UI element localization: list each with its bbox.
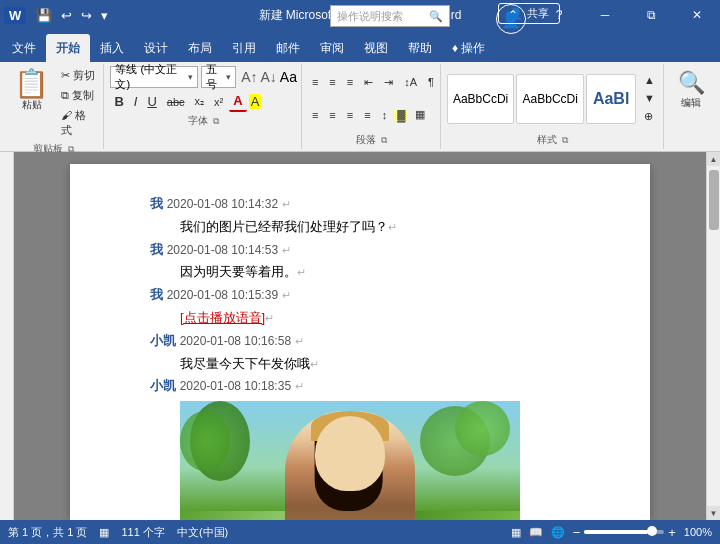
numbered-list-btn[interactable]: ≡ — [325, 74, 339, 90]
font-size-selector[interactable]: 五号 ▾ — [201, 66, 236, 88]
tab-mailings[interactable]: 邮件 — [266, 34, 310, 62]
justify-btn[interactable]: ≡ — [360, 107, 374, 123]
increase-font-btn[interactable]: A↑ — [241, 69, 257, 85]
style-heading1-label: AaBl — [593, 90, 629, 108]
style-scroll-up[interactable]: ▲ — [640, 72, 659, 88]
paste-button[interactable]: 📋 粘贴 — [8, 66, 55, 140]
window-help-btn[interactable]: ? — [536, 0, 582, 30]
highlight-button[interactable]: A — [249, 94, 262, 109]
message-5-header: 小凯 2020-01-08 10:18:35 ↵ — [150, 376, 590, 397]
help-search-box[interactable]: 操作说明搜索 🔍 — [330, 5, 450, 27]
sort-btn[interactable]: ↕A — [400, 74, 421, 90]
style-gallery: AaBbCcDi AaBbCcDi AaBl ▲ ▼ ⊕ — [447, 66, 659, 131]
scroll-up-btn[interactable]: ▲ — [707, 152, 721, 166]
bullet-list-btn[interactable]: ≡ — [308, 74, 322, 90]
tab-operations[interactable]: ♦ 操作 — [442, 34, 495, 62]
tree-2 — [180, 411, 230, 471]
undo-quick-btn[interactable]: ↩ — [58, 6, 75, 25]
format-painter-button[interactable]: 🖌 格式 — [57, 106, 99, 140]
tab-view[interactable]: 视图 — [354, 34, 398, 62]
line-spacing-btn[interactable]: ↕ — [378, 107, 392, 123]
print-layout-btn[interactable]: ▦ — [511, 526, 521, 539]
tab-references[interactable]: 引用 — [222, 34, 266, 62]
more-quick-btn[interactable]: ▾ — [98, 6, 111, 25]
redo-quick-btn[interactable]: ↪ — [78, 6, 95, 25]
superscript-button[interactable]: x² — [210, 94, 227, 110]
increase-indent-btn[interactable]: ⇥ — [380, 74, 397, 91]
decrease-font-btn[interactable]: A↓ — [260, 69, 276, 85]
subscript-button[interactable]: x₂ — [191, 93, 209, 110]
scroll-thumb[interactable] — [709, 170, 719, 230]
sender-5: 小凯 — [150, 378, 176, 393]
para-bottom-row: ≡ ≡ ≡ ≡ ↕ ▓ ▦ — [308, 99, 436, 132]
decrease-indent-btn[interactable]: ⇤ — [360, 74, 377, 91]
underline-button[interactable]: U — [143, 92, 160, 111]
font-name-dropdown-icon: ▾ — [188, 72, 193, 82]
styles-label: 样式 ⧉ — [447, 133, 659, 147]
web-layout-btn[interactable]: 🌐 — [551, 526, 565, 539]
copy-button[interactable]: ⧉ 复制 — [57, 86, 99, 105]
ribbon-collapse-btn[interactable]: ⌃ — [490, 0, 536, 30]
clear-format-btn[interactable]: Aa — [280, 69, 297, 85]
document-area: 我 2020-01-08 10:14:32 ↵ 我们的图片已经帮我们处理好了吗？… — [0, 152, 720, 520]
minimize-btn[interactable]: ─ — [582, 0, 628, 30]
paragraph-group: ≡ ≡ ≡ ⇤ ⇥ ↕A ¶ ≡ ≡ ≡ ≡ ↕ ▓ ▦ 段落 ⧉ — [304, 64, 441, 149]
word-count: 111 个字 — [121, 525, 164, 540]
close-btn[interactable]: ✕ — [674, 0, 720, 30]
font-name-selector[interactable]: 等线 (中文正文) ▾ — [110, 66, 198, 88]
tab-file[interactable]: 文件 — [2, 34, 46, 62]
zoom-thumb[interactable] — [647, 526, 657, 536]
message-2-text: 因为明天要等着用。↵ — [180, 262, 590, 283]
cut-button[interactable]: ✂ 剪切 — [57, 66, 99, 85]
zoom-out-btn[interactable]: − — [573, 525, 581, 540]
font-expand-icon[interactable]: ⧉ — [213, 116, 219, 126]
style-no-spacing[interactable]: AaBbCcDi — [516, 74, 584, 124]
timestamp-1: 2020-01-08 10:14:32 — [167, 197, 278, 211]
audio-link[interactable]: [点击播放语音] — [180, 310, 265, 325]
style-scroll-down[interactable]: ▼ — [640, 90, 659, 106]
para-mark-4: ↵ — [295, 335, 304, 347]
style-heading1[interactable]: AaBl — [586, 74, 636, 124]
sender-2: 我 — [150, 242, 163, 257]
italic-button[interactable]: I — [130, 92, 142, 111]
zoom-in-btn[interactable]: + — [668, 525, 676, 540]
bold-button[interactable]: B — [110, 92, 127, 111]
document-scroll[interactable]: 我 2020-01-08 10:14:32 ↵ 我们的图片已经帮我们处理好了吗？… — [14, 152, 706, 520]
align-left-btn[interactable]: ≡ — [308, 107, 322, 123]
tab-layout[interactable]: 布局 — [178, 34, 222, 62]
multilevel-list-btn[interactable]: ≡ — [343, 74, 357, 90]
paste-icon: 📋 — [14, 70, 49, 98]
show-formatting-btn[interactable]: ¶ — [424, 74, 438, 90]
font-color-button[interactable]: A — [229, 91, 246, 112]
shading-btn[interactable]: ▓ — [394, 109, 408, 121]
style-normal[interactable]: AaBbCcDi — [447, 74, 515, 124]
tab-help[interactable]: 帮助 — [398, 34, 442, 62]
window-controls: ⌃ ? ─ ⧉ ✕ — [490, 0, 720, 30]
scroll-down-btn[interactable]: ▼ — [707, 506, 721, 520]
tree-4 — [455, 401, 510, 456]
strikethrough-button[interactable]: abc — [163, 94, 189, 110]
find-button[interactable]: 🔍 编辑 — [670, 66, 712, 114]
language-indicator[interactable]: 中文(中国) — [177, 525, 228, 540]
borders-btn[interactable]: ▦ — [411, 106, 429, 123]
save-quick-btn[interactable]: 💾 — [33, 6, 55, 25]
tab-design[interactable]: 设计 — [134, 34, 178, 62]
style-normal-label: AaBbCcDi — [453, 92, 508, 106]
style-expand[interactable]: ⊕ — [640, 108, 659, 125]
vertical-scrollbar[interactable]: ▲ ▼ — [706, 152, 720, 520]
search-icon: 🔍 — [429, 10, 443, 23]
zoom-level[interactable]: 100% — [684, 526, 712, 538]
timestamp-3: 2020-01-08 10:15:39 — [167, 288, 278, 302]
tab-insert[interactable]: 插入 — [90, 34, 134, 62]
read-mode-btn[interactable]: 📖 — [529, 526, 543, 539]
para-expand-icon[interactable]: ⧉ — [381, 135, 387, 145]
tab-home[interactable]: 开始 — [46, 34, 90, 62]
align-right-btn[interactable]: ≡ — [343, 107, 357, 123]
para-top-row: ≡ ≡ ≡ ⇤ ⇥ ↕A ¶ — [308, 66, 436, 99]
restore-btn[interactable]: ⧉ — [628, 0, 674, 30]
zoom-track[interactable] — [584, 530, 664, 534]
styles-expand-icon[interactable]: ⧉ — [562, 135, 568, 145]
para-mark-3b: ↵ — [265, 312, 274, 324]
tab-review[interactable]: 审阅 — [310, 34, 354, 62]
align-center-btn[interactable]: ≡ — [325, 107, 339, 123]
